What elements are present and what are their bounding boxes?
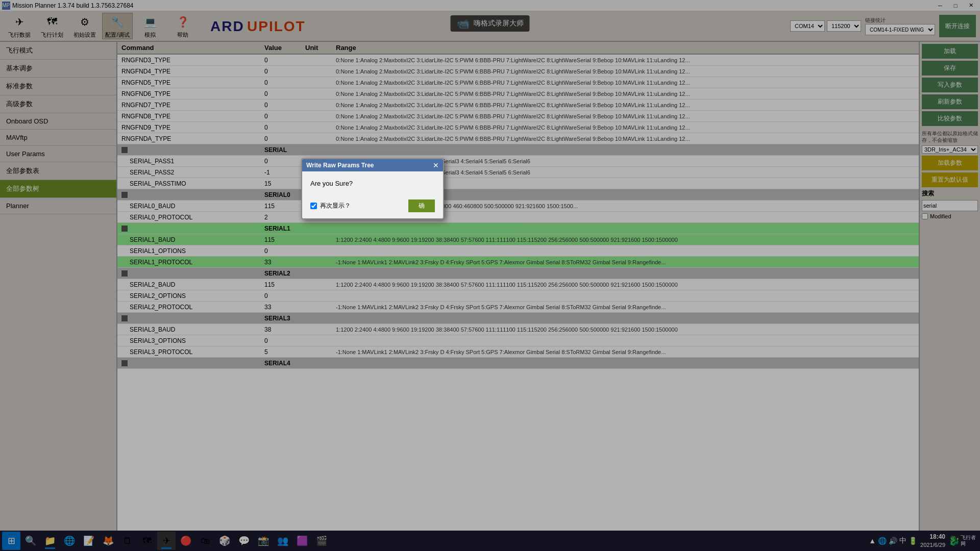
dialog-title: Write Raw Params Tree [306, 162, 374, 169]
dialog-again-label: 再次显示？ [320, 202, 351, 210]
main-window: ✈ 飞行数据 🗺 飞行计划 ⚙ 初始设置 🔧 配置/调试 💻 模拟 ❓ 帮助 A… [0, 11, 980, 551]
dialog: Write Raw Params Tree ✕ Are you Sure? 再次… [301, 158, 444, 219]
dialog-titlebar: Write Raw Params Tree ✕ [302, 159, 443, 171]
dialog-checkbox-row: 再次显示？ [310, 202, 351, 210]
dialog-overlay[interactable]: Write Raw Params Tree ✕ Are you Sure? 再次… [0, 0, 980, 551]
dialog-close-button[interactable]: ✕ [433, 161, 439, 169]
dialog-again-checkbox[interactable] [310, 203, 317, 209]
dialog-message: Are you Sure? [310, 180, 435, 187]
dialog-ok-button[interactable]: 确 [408, 199, 435, 212]
dialog-footer: 再次显示？ 确 [302, 199, 443, 218]
dialog-content: Are you Sure? [302, 171, 443, 199]
